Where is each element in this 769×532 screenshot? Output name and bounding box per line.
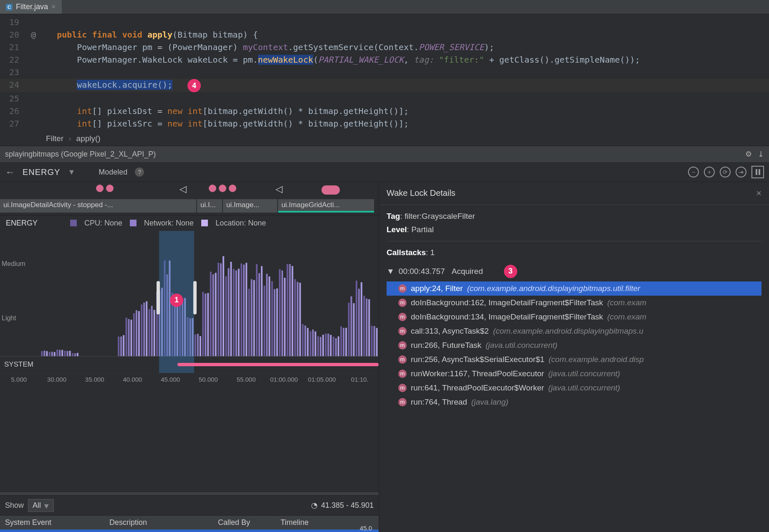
svg-rect-93	[317, 336, 319, 356]
help-icon[interactable]: ?	[135, 167, 144, 177]
activity-strip[interactable]: ◁ ◁ ui.ImageDetailActivity - stopped -..…	[0, 182, 379, 215]
zoom-fit-icon[interactable]: ⇥	[736, 167, 746, 177]
svg-rect-57	[225, 276, 227, 356]
svg-rect-88	[304, 325, 306, 356]
svg-rect-58	[228, 268, 229, 356]
svg-rect-107	[353, 303, 354, 356]
svg-rect-47	[200, 336, 201, 356]
svg-rect-102	[340, 326, 342, 356]
svg-rect-101	[338, 336, 339, 356]
annotation-badge-4: 4	[187, 79, 201, 92]
cpu-swatch	[70, 220, 77, 226]
selection-band[interactable]: 1	[159, 231, 194, 373]
back-icon[interactable]: ←	[5, 166, 15, 178]
svg-rect-74	[268, 276, 270, 356]
svg-rect-78	[279, 269, 281, 356]
stack-frame[interactable]: mdoInBackground:162, ImageDetailFragment…	[387, 296, 761, 310]
svg-rect-7	[59, 350, 61, 356]
svg-rect-112	[366, 298, 367, 356]
svg-rect-55	[220, 263, 222, 356]
callstack-header[interactable]: ▼ 00:00:43.757 Acquired 3	[387, 261, 761, 281]
stack-frame[interactable]: mrun:641, ThreadPoolExecutor$Worker (jav…	[387, 381, 761, 395]
selection-handle-right[interactable]	[193, 281, 197, 314]
location-swatch	[201, 220, 208, 226]
stack-frame[interactable]: mrun:764, Thread (java.lang)	[387, 395, 761, 409]
breadcrumb-class[interactable]: Filter	[46, 134, 63, 143]
svg-rect-20	[131, 319, 132, 356]
class-icon: C	[6, 4, 13, 10]
svg-rect-82	[289, 264, 291, 356]
nav-back-icon: ◁	[180, 184, 187, 195]
tab-filename: Filter.java	[16, 3, 48, 11]
close-icon[interactable]: ×	[756, 188, 761, 199]
stack-frame[interactable]: mapply:24, Filter (com.example.android.d…	[387, 281, 761, 296]
energy-axis-label: ENERGY	[6, 219, 38, 228]
close-icon[interactable]: ×	[51, 3, 56, 11]
svg-rect-54	[218, 263, 219, 356]
zoom-out-icon[interactable]: −	[688, 167, 699, 177]
svg-rect-68	[253, 280, 255, 356]
svg-rect-21	[133, 313, 135, 356]
gear-icon[interactable]: ⚙	[745, 149, 752, 159]
export-icon[interactable]: ⤓	[758, 149, 764, 159]
chevron-down-icon: ▼	[43, 502, 50, 511]
svg-rect-52	[212, 274, 214, 356]
svg-rect-4	[51, 352, 53, 356]
override-gutter-icon[interactable]: @	[25, 28, 42, 41]
svg-rect-116	[376, 328, 378, 356]
zoom-in-icon[interactable]: +	[704, 167, 715, 177]
stack-frame[interactable]: mdoInBackground:134, ImageDetailFragment…	[387, 310, 761, 324]
svg-rect-115	[374, 326, 375, 356]
splitter[interactable]	[0, 491, 379, 496]
svg-rect-105	[348, 302, 349, 356]
svg-rect-28	[151, 306, 153, 356]
svg-rect-103	[343, 328, 344, 356]
svg-rect-27	[149, 309, 150, 356]
selection-handle-left[interactable]	[157, 281, 160, 314]
breadcrumb: Filter › apply()	[0, 132, 769, 146]
svg-rect-79	[281, 270, 283, 356]
svg-rect-95	[322, 334, 324, 356]
svg-rect-96	[325, 333, 326, 356]
svg-rect-10	[67, 351, 68, 356]
svg-rect-104	[345, 327, 347, 356]
svg-rect-13	[74, 353, 76, 356]
svg-rect-76	[274, 289, 276, 356]
svg-rect-67	[251, 279, 253, 356]
event-row-wakelock[interactable]: Wake Lock: Partial filter:GrayscaleFilte…	[0, 529, 379, 532]
pause-button[interactable]	[751, 166, 764, 178]
stack-frame[interactable]: mcall:313, AsyncTask$2 (com.example.andr…	[387, 324, 761, 338]
activity-label: ui.ImageDetailActivity - stopped -...	[0, 199, 196, 213]
breadcrumb-method[interactable]: apply()	[76, 134, 101, 143]
stack-frame[interactable]: mrunWorker:1167, ThreadPoolExecutor (jav…	[387, 367, 761, 381]
svg-rect-85	[297, 281, 298, 356]
svg-rect-62	[238, 269, 240, 356]
editor-tab-bar: C Filter.java ×	[0, 0, 769, 14]
zoom-reset-icon[interactable]: ⟳	[720, 167, 731, 177]
profiler-title: ENERGY	[23, 167, 60, 177]
svg-rect-53	[215, 273, 217, 356]
svg-rect-114	[371, 326, 373, 356]
svg-rect-81	[286, 264, 288, 356]
editor-tab-filter[interactable]: C Filter.java ×	[0, 0, 62, 14]
show-select[interactable]: All ▼	[28, 499, 54, 512]
svg-rect-49	[205, 293, 206, 356]
toggle-icon	[321, 185, 340, 195]
svg-rect-94	[320, 337, 321, 356]
svg-rect-14	[77, 353, 78, 356]
stack-frame[interactable]: mrun:256, AsyncTask$SerialExecutor$1 (co…	[387, 352, 761, 367]
svg-rect-9	[64, 350, 66, 356]
energy-chart[interactable]: Medium Light 1 SYSTEM 5.00030.00035.0004…	[0, 231, 379, 491]
svg-rect-3	[49, 352, 51, 356]
svg-rect-69	[256, 264, 258, 356]
svg-rect-72	[263, 285, 265, 356]
svg-rect-22	[136, 310, 137, 356]
code-editor[interactable]: 19 20@ public final void apply(Bitmap bi…	[0, 14, 769, 132]
svg-rect-16	[120, 336, 122, 356]
svg-rect-92	[315, 331, 316, 356]
dropdown-icon[interactable]: ▼	[68, 168, 75, 177]
svg-rect-66	[248, 289, 250, 356]
clock-icon: ◔	[311, 501, 318, 510]
svg-rect-8	[61, 350, 63, 356]
stack-frame[interactable]: mrun:266, FutureTask (java.util.concurre…	[387, 338, 761, 352]
